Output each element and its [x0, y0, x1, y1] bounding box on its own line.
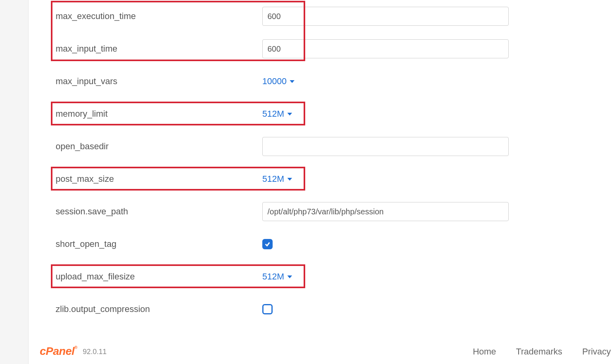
dropdown-post-max-size-value: 512M [262, 174, 284, 184]
caret-down-icon [287, 113, 292, 116]
checkbox-short-open-tag[interactable] [262, 239, 273, 249]
footer-link-home[interactable]: Home [473, 347, 496, 357]
sidebar [0, 0, 29, 364]
label-max-input-vars: max_input_vars [48, 76, 262, 87]
row-open-basedir: open_basedir [48, 130, 614, 163]
row-upload-max-filesize: upload_max_filesize 512M [48, 260, 614, 293]
dropdown-upload-max-filesize-value: 512M [262, 272, 284, 282]
input-session-save-path[interactable] [262, 202, 509, 221]
checkbox-zlib-output-compression[interactable] [262, 304, 273, 314]
check-icon [264, 241, 271, 247]
row-max-execution-time: max_execution_time [48, 0, 614, 33]
input-open-basedir[interactable] [262, 137, 509, 156]
label-max-input-time: max_input_time [48, 44, 262, 54]
label-zlib-output-compression: zlib.output_compression [48, 304, 262, 314]
footer: cPanel® 92.0.11 Home Trademarks Privacy [40, 346, 614, 357]
label-open-basedir: open_basedir [48, 141, 262, 152]
caret-down-icon [290, 80, 294, 83]
label-short-open-tag: short_open_tag [48, 239, 262, 249]
row-memory-limit: memory_limit 512M [48, 98, 614, 130]
label-session-save-path: session.save_path [48, 206, 262, 217]
dropdown-upload-max-filesize[interactable]: 512M [262, 272, 292, 282]
label-post-max-size: post_max_size [48, 174, 262, 184]
cpanel-logo: cPanel® [40, 346, 77, 357]
dropdown-memory-limit[interactable]: 512M [262, 109, 292, 119]
label-upload-max-filesize: upload_max_filesize [48, 272, 262, 282]
input-max-execution-time[interactable] [262, 7, 509, 26]
label-max-execution-time: max_execution_time [48, 11, 262, 21]
caret-down-icon [287, 178, 292, 181]
footer-left: cPanel® 92.0.11 [40, 346, 107, 357]
row-short-open-tag: short_open_tag [48, 228, 614, 260]
row-post-max-size: post_max_size 512M [48, 163, 614, 195]
dropdown-max-input-vars-value: 10000 [262, 76, 287, 87]
footer-links: Home Trademarks Privacy [473, 347, 611, 357]
row-session-save-path: session.save_path [48, 195, 614, 228]
dropdown-max-input-vars[interactable]: 10000 [262, 76, 294, 87]
row-max-input-vars: max_input_vars 10000 [48, 65, 614, 98]
label-memory-limit: memory_limit [48, 109, 262, 119]
cpanel-version: 92.0.11 [83, 348, 107, 357]
dropdown-post-max-size[interactable]: 512M [262, 174, 292, 184]
row-zlib-output-compression: zlib.output_compression [48, 293, 614, 325]
footer-link-privacy[interactable]: Privacy [582, 347, 611, 357]
php-options-form: max_execution_time max_input_time max_in… [29, 0, 614, 325]
footer-link-trademarks[interactable]: Trademarks [516, 347, 562, 357]
caret-down-icon [287, 275, 292, 278]
row-max-input-time: max_input_time [48, 33, 614, 65]
dropdown-memory-limit-value: 512M [262, 109, 284, 119]
input-max-input-time[interactable] [262, 39, 509, 58]
